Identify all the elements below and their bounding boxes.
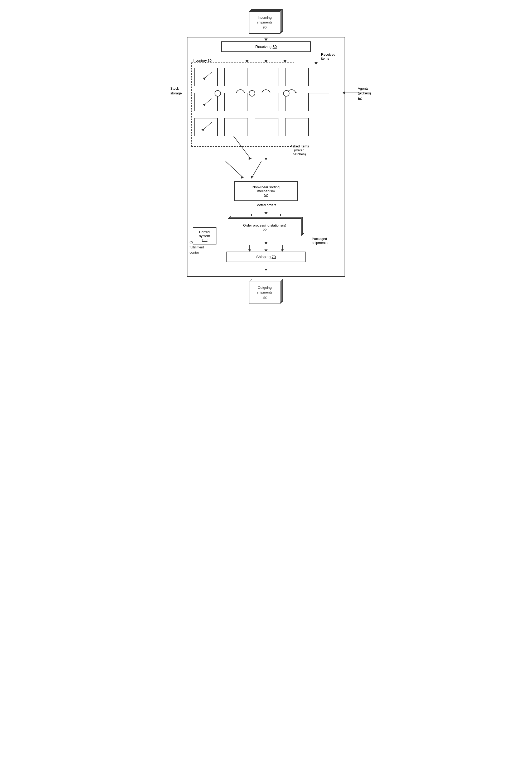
inventory-label: Inventory 30 [193,59,212,62]
svg-marker-31 [203,77,206,80]
svg-line-38 [226,161,243,177]
incoming-shipments-label: Incomingshipments [257,15,272,25]
stock-storage-label: Stockstorage [170,86,182,96]
incoming-shipments-stack: Incomingshipments 90 [249,9,283,34]
sorted-orders-label: Sorted orders [256,203,277,207]
incoming-shipments-ref: 90 [263,25,267,30]
picked-items-label: Picked items(mixedbatches) [289,144,309,156]
agent-circle-1 [215,90,221,96]
order-processing-stack: Order processing stations(s) 55 [228,216,304,235]
shipping-box: Shipping 70 [226,251,306,262]
inventory-cell-1-1 [194,68,218,86]
receiving-box: Receiving 80 [221,41,311,52]
incoming-shipments-section: Incomingshipments 90 [179,5,353,34]
received-items-label: Receiveditems [321,52,335,60]
outer-border: Orderfulfillmentcenter Receiving 80 Rece… [187,37,345,277]
outgoing-shipments-section: Outgoingshipments 92 [179,279,353,310]
outgoing-shipments-ref: 92 [263,295,267,299]
order-processing-box: Order processing stations(s) 55 [228,218,302,236]
svg-marker-39 [241,176,244,178]
svg-marker-33 [203,104,206,106]
receiving-row: Receiving 80 [191,41,341,52]
inventory-cell-3-1 [194,118,218,136]
svg-line-40 [252,161,261,177]
svg-marker-37 [342,91,345,94]
sorting-box: Non-linear sortingmechanism 52 [234,181,298,201]
outgoing-shipments-stack: Outgoingshipments 92 [249,279,283,305]
incoming-shipments-box: Incomingshipments 90 [249,11,280,34]
agent-circle-2 [249,90,255,96]
inventory-cell-2-1 [194,93,218,111]
outgoing-shipments-box: Outgoingshipments 92 [249,281,280,304]
agent-circle-3 [283,90,289,96]
control-system-box: Controlsystem 190 [193,227,216,244]
svg-marker-35 [201,129,204,131]
diagram-container: Incomingshipments 90 Orderfulfillmentcen… [174,0,358,316]
outgoing-shipments-label: Outgoingshipments [257,285,272,295]
packaged-shipments-label: Packagedshipments [312,237,327,245]
svg-marker-41 [251,176,254,178]
